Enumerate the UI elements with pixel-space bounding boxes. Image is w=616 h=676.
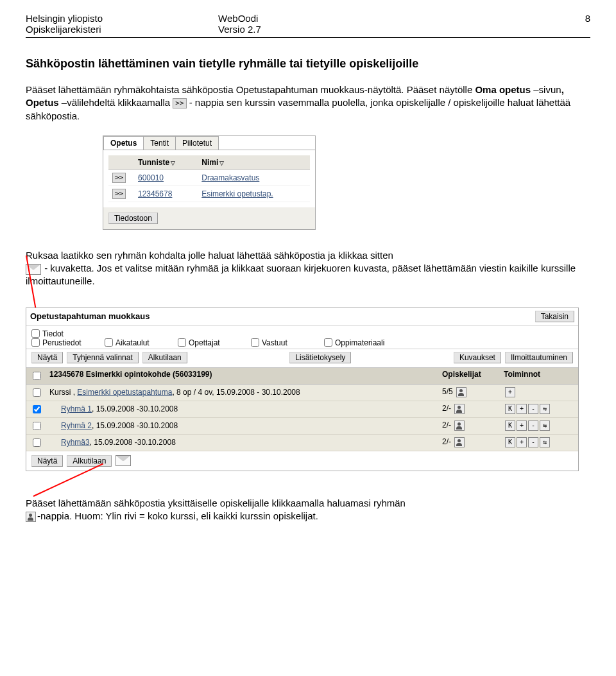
header-app: WebOodi [218, 13, 585, 24]
tiedostoon-button[interactable]: Tiedostoon [108, 212, 158, 224]
row-ryhma-2: Ryhmä 2, 15.09.2008 -30.10.2008 2/- K+-⇆ [26, 418, 578, 435]
student-list-icon[interactable] [456, 387, 466, 397]
sort-icon[interactable]: ▽ [171, 160, 175, 166]
action-plus[interactable]: + [505, 387, 515, 397]
col-tunniste: Tunniste▽ [134, 155, 198, 170]
lisatietokysely-button[interactable]: Lisätietokysely [289, 352, 351, 363]
header-unit: Opiskelijarekisteri [26, 24, 103, 35]
action-plus[interactable]: + [517, 404, 527, 414]
nayta-button-bottom[interactable]: Näytä [31, 455, 63, 467]
action-move[interactable]: ⇆ [540, 437, 550, 447]
row-checkbox[interactable] [33, 405, 41, 413]
row-checkbox[interactable] [33, 438, 41, 447]
action-K[interactable]: K [505, 437, 515, 447]
student-count: 2/- [442, 420, 451, 429]
action-plus[interactable]: + [517, 437, 527, 447]
student-list-icon[interactable] [454, 404, 465, 414]
p1-bold-oma-opetus: Oma opetus [475, 84, 531, 95]
chk-aikataulut[interactable]: Aikataulut [105, 338, 169, 347]
col-main: 12345678 Esimerkki opintokohde (56033199… [49, 370, 438, 382]
action-move[interactable]: ⇆ [540, 420, 550, 431]
p3-text-b: -nappia. Huom: Ylin rivi = koko kurssi, … [37, 510, 318, 521]
expand-row-button[interactable]: >> [112, 189, 126, 199]
chk-oppimateriaali[interactable]: Oppimateriaali [324, 338, 388, 347]
col-opiskelijat: Opiskelijat [442, 370, 500, 382]
tab-opetus[interactable]: Opetus [103, 136, 144, 150]
page-number: 8 [585, 13, 590, 24]
select-all-checkbox[interactable] [33, 372, 41, 380]
group-link[interactable]: Ryhmä 2 [61, 421, 92, 430]
student-list-icon[interactable] [454, 437, 465, 447]
tab-piilotetut[interactable]: Piilotetut [175, 136, 219, 150]
panel-title: Opetustapahtuman muokkaus [30, 311, 150, 321]
student-count: 5/5 [442, 387, 453, 396]
group-link[interactable]: Ryhmä 1 [61, 404, 92, 413]
chk-vastuut[interactable]: Vastuut [251, 338, 315, 347]
p2-text-a: Ruksaa laatikko sen ryhmän kohdalta joll… [26, 250, 393, 261]
table-row: >> 12345678 Esimerkki opetustap. [108, 186, 310, 202]
action-K[interactable]: K [505, 404, 515, 414]
paragraph-1: Pääset lähettämään ryhmäkohtaista sähköp… [26, 83, 590, 123]
student-count: 2/- [442, 437, 451, 446]
chk-opettajat[interactable]: Opettajat [178, 338, 242, 347]
course-name-link[interactable]: Draamakasvatus [198, 169, 310, 186]
kuvaukset-button[interactable]: Kuvaukset [454, 352, 501, 363]
action-K[interactable]: K [505, 420, 515, 431]
group-link[interactable]: Ryhmä3 [61, 438, 90, 447]
header-rule [26, 37, 590, 38]
student-count: 2/- [442, 404, 451, 413]
action-plus[interactable]: + [517, 420, 527, 431]
alkutilaan-button-bottom[interactable]: Alkutilaan [67, 455, 112, 467]
action-minus[interactable]: - [528, 404, 538, 414]
paragraph-3: Pääset lähettämään sähköpostia yksittäis… [26, 497, 590, 523]
col-nimi: Nimi▽ [198, 155, 310, 170]
row-kurssi: Kurssi , Esimerkki opetustapahtuma, 8 op… [26, 385, 578, 401]
nayta-button[interactable]: Näytä [31, 352, 63, 363]
action-minus[interactable]: - [528, 420, 538, 431]
row-ryhma-1: Ryhmä 1, 15.09.2008 -30.10.2008 2/- K+-⇆ [26, 401, 578, 418]
row-ryhma-3: Ryhmä3, 15.09.2008 -30.10.2008 2/- K+-⇆ [26, 435, 578, 451]
p1-text-a: Pääset lähettämään ryhmäkohtaista sähköp… [26, 84, 475, 95]
course-name-link[interactable]: Esimerkki opetustap. [198, 186, 310, 202]
screenshot-edit-panel: Opetustapahtuman muokkaus Takaisin Tiedo… [26, 308, 579, 471]
back-button[interactable]: Takaisin [535, 311, 574, 322]
col-toiminnot: Toiminnot [504, 370, 574, 382]
student-list-icon[interactable] [454, 420, 465, 431]
header-institution: Helsingin yliopisto [26, 13, 103, 24]
paragraph-2: Ruksaa laatikko sen ryhmän kohdalta joll… [26, 249, 590, 288]
person-icon [26, 512, 36, 522]
action-move[interactable]: ⇆ [540, 404, 550, 414]
expand-row-button[interactable]: >> [112, 173, 126, 183]
tab-tentit[interactable]: Tentit [143, 136, 176, 150]
course-code-link[interactable]: 600010 [134, 169, 198, 186]
expand-button-icon: >> [173, 98, 186, 108]
p1-text-e: –välilehdeltä klikkaamalla [59, 97, 173, 108]
sort-icon[interactable]: ▽ [219, 160, 224, 166]
chk-perustiedot[interactable]: Perustiedot [31, 338, 96, 347]
course-code-link[interactable]: 12345678 [134, 186, 198, 202]
p3-text-a: Pääset lähettämään sähköpostia yksittäis… [26, 498, 406, 508]
table-row: >> 600010 Draamakasvatus [108, 169, 310, 186]
ilmoittautuminen-button[interactable]: Ilmoittautuminen [505, 352, 573, 363]
action-minus[interactable]: - [528, 437, 538, 447]
row-checkbox[interactable] [33, 422, 41, 430]
alkutilaan-button[interactable]: Alkutilaan [142, 352, 187, 363]
chk-tiedot[interactable]: Tiedot [31, 329, 96, 338]
header-version: Versio 2.7 [218, 24, 585, 35]
screenshot-tabs-table: Opetus Tentit Piilotetut Tunniste▽ Nimi▽… [103, 135, 590, 230]
tyhjenna-button[interactable]: Tyhjennä valinnat [67, 352, 138, 363]
p1-text-c: –sivun [531, 84, 561, 95]
doc-header: Helsingin yliopisto Opiskelijarekisteri … [26, 13, 590, 35]
section-title: Sähköpostin lähettäminen vain tietylle r… [26, 57, 590, 71]
course-link[interactable]: Esimerkki opetustapahtuma [77, 388, 172, 397]
p2-text-b: - kuvaketta. Jos et valitse mitään ryhmä… [26, 263, 576, 286]
send-email-icon[interactable] [116, 455, 131, 466]
row-checkbox[interactable] [33, 388, 41, 397]
